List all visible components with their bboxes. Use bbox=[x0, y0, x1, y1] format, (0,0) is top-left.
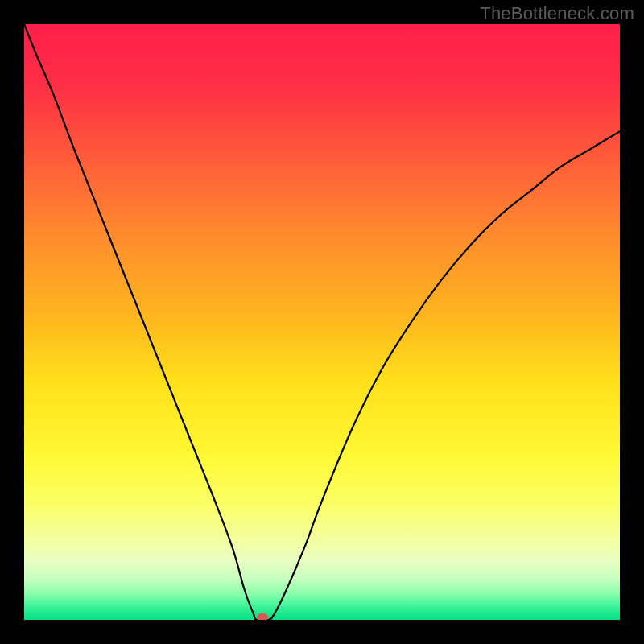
bottleneck-chart bbox=[24, 24, 620, 620]
gradient-background bbox=[24, 24, 620, 620]
plot-area bbox=[24, 24, 620, 620]
watermark-text: TheBottleneck.com bbox=[480, 3, 634, 24]
chart-stage: TheBottleneck.com bbox=[0, 0, 644, 644]
